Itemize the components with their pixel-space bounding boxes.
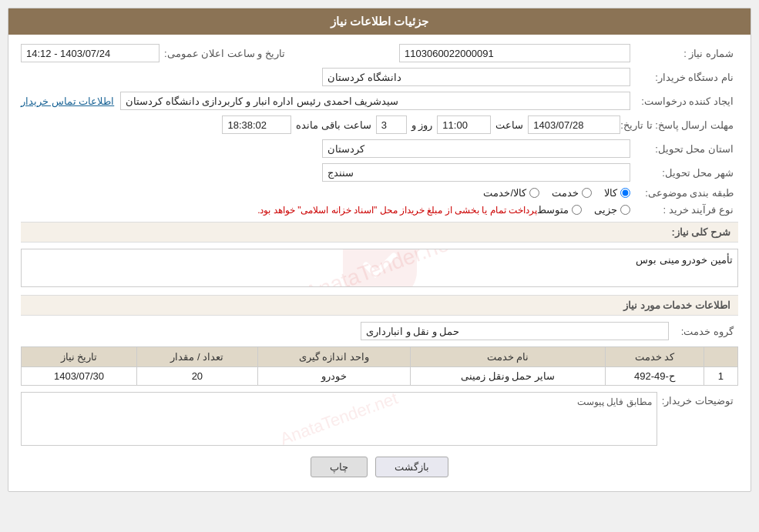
cell-quantity: 20: [136, 367, 257, 386]
table-row: 1 ح-49-492 سایر حمل ونقل زمینی خودرو 20 …: [22, 367, 738, 386]
service-group-value: حمل و نقل و انبارداری: [361, 322, 669, 340]
col-service-name: نام خدمت: [410, 347, 606, 367]
need-number-label: شماره نیاز :: [630, 48, 738, 59]
category-option-kala-khedmat: کالا/خدمت: [483, 187, 539, 199]
process-notice: پرداخت تمام یا بخشی از مبلغ خریداز محل "…: [21, 205, 537, 216]
send-remaining-label: ساعت باقی مانده: [296, 119, 371, 131]
general-desc-value: تأمین خودرو مینی بوس: [636, 254, 733, 266]
send-time-value: 11:00: [437, 115, 491, 134]
process-type-label: نوع فرآیند خرید :: [630, 204, 738, 216]
send-remaining-value: 18:38:02: [222, 115, 291, 134]
created-by-row: ایجاد کننده درخواست: سیدشریف احمدی رئیس …: [21, 92, 738, 110]
general-desc-section-title: شرح کلی نیاز:: [21, 222, 738, 243]
process-option-motavaset: متوسط: [537, 204, 582, 216]
province-label: استان محل تحویل:: [630, 143, 738, 155]
category-row: طبقه بندی موضوعی: کالا خدمت کالا/خدمت: [21, 187, 738, 199]
buyer-notes-label: توضیحات خریدار:: [662, 392, 738, 407]
buyer-notes-section: توضیحات خریدار: AnataTender.net مطابق فا…: [21, 392, 738, 446]
cell-service-code: ح-49-492: [606, 367, 704, 386]
buyer-notes-value: مطابق فایل پیوست: [577, 396, 652, 407]
service-info-section-title: اطلاعات خدمات مورد نیاز: [21, 295, 738, 316]
need-number-row: شماره نیاز : 1103060022000091 تاریخ و سا…: [21, 44, 738, 62]
col-unit: واحد اندازه گیری: [257, 347, 410, 367]
cell-row-num: 1: [704, 367, 737, 386]
city-row: شهر محل تحویل: سنندج: [21, 163, 738, 182]
back-button[interactable]: بازگشت: [375, 457, 448, 477]
action-buttons: بازگشت چاپ: [21, 457, 738, 477]
need-number-value: 1103060022000091: [399, 44, 630, 62]
page-title: جزئیات اطلاعات نیاز: [8, 8, 751, 35]
category-option-khedmat: خدمت: [552, 187, 592, 199]
service-group-label: گروه خدمت:: [669, 326, 738, 337]
print-button[interactable]: چاپ: [311, 457, 368, 477]
category-radio-group: کالا خدمت کالا/خدمت: [483, 187, 630, 199]
buyer-notes-box: AnataTender.net مطابق فایل پیوست: [21, 392, 657, 446]
buyer-org-row: نام دستگاه خریدار: دانشگاه کردستان: [21, 68, 738, 86]
cell-service-name: سایر حمل ونقل زمینی: [410, 367, 606, 386]
category-radio-khedmat[interactable]: [582, 188, 592, 198]
cell-need-date: 1403/07/30: [22, 367, 137, 386]
process-radio-group: جزیی متوسط: [537, 204, 630, 216]
send-time-label: ساعت: [495, 119, 523, 131]
category-label: طبقه بندی موضوعی:: [630, 187, 738, 199]
send-deadline-row: مهلت ارسال پاسخ: تا تاریخ: 1403/07/28 سا…: [21, 115, 738, 134]
category-radio-kala[interactable]: [620, 188, 630, 198]
process-option-jozii: جزیی: [594, 204, 630, 216]
process-type-row: نوع فرآیند خرید : جزیی متوسط پرداخت تمام…: [21, 204, 738, 216]
items-table: کد خدمت نام خدمت واحد اندازه گیری تعداد …: [21, 346, 738, 386]
process-radio-motavaset[interactable]: [572, 205, 582, 215]
province-value: کردستان: [322, 139, 630, 158]
send-date-value: 1403/07/28: [528, 115, 620, 134]
col-need-date: تاریخ نیاز: [22, 347, 137, 367]
send-deadline-label: مهلت ارسال پاسخ: تا تاریخ:: [620, 119, 738, 131]
province-row: استان محل تحویل: کردستان: [21, 139, 738, 158]
buyer-org-value: دانشگاه کردستان: [322, 68, 630, 86]
announce-date-value: 1403/07/24 - 14:12: [21, 44, 160, 62]
col-service-code: کد خدمت: [606, 347, 704, 367]
buyer-org-label: نام دستگاه خریدار:: [630, 72, 738, 83]
col-quantity: تعداد / مقدار: [136, 347, 257, 367]
created-by-value: سیدشریف احمدی رئیس اداره انبار و کاربردا…: [120, 92, 630, 110]
send-days-value: 3: [376, 115, 407, 134]
table-header-row: کد خدمت نام خدمت واحد اندازه گیری تعداد …: [22, 347, 738, 367]
contact-info-link[interactable]: اطلاعات تماس خریدار: [21, 95, 114, 107]
city-value: سنندج: [322, 163, 630, 182]
category-option-kala: کالا: [604, 187, 630, 199]
general-desc-box: AnataTender.net تأمین خودرو مینی بوس: [21, 249, 738, 287]
cell-unit: خودرو: [257, 367, 410, 386]
city-label: شهر محل تحویل:: [630, 167, 738, 179]
announce-date-label: تاریخ و ساعت اعلان عمومی:: [164, 48, 290, 59]
service-group-row: گروه خدمت: حمل و نقل و انبارداری: [21, 322, 738, 340]
process-radio-jozii[interactable]: [620, 205, 630, 215]
category-radio-kala-khedmat[interactable]: [529, 188, 539, 198]
send-days-label: روز و: [411, 119, 433, 131]
col-row-num: [704, 347, 737, 367]
created-by-label: ایجاد کننده درخواست:: [630, 95, 738, 107]
